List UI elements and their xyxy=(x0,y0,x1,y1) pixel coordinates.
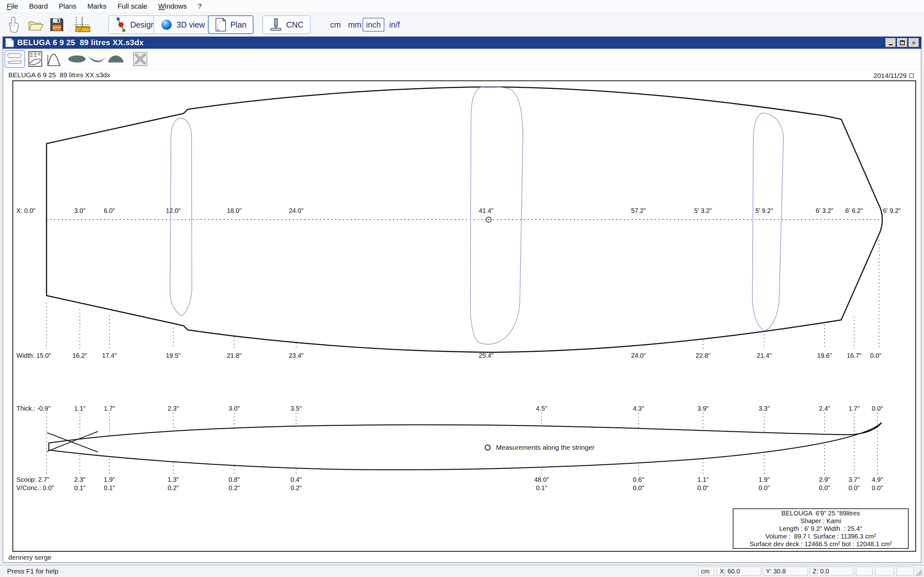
board-window xyxy=(3,37,921,563)
spec-sheet-icon[interactable] xyxy=(27,50,44,68)
status-bar: Press F1 for help cm X: 60.0 Y: 30.8 Z: … xyxy=(0,565,924,577)
cnc-mill-icon xyxy=(270,18,282,31)
menu-windows[interactable]: Windows xyxy=(153,2,192,11)
cnc-button-label: CNC xyxy=(286,20,304,29)
rocker-view-icon[interactable] xyxy=(87,50,107,68)
document-date: 2014/11/29 xyxy=(847,72,907,79)
sphere-3d-icon xyxy=(160,19,173,31)
document-title: BELUGA 6 9 25 89 litres XX.s3dx xyxy=(8,71,110,79)
view-toolbar xyxy=(3,49,921,70)
svg-text:1 0: 1 0 xyxy=(78,29,82,32)
main-toolbar: 1 0 Design 3D view xyxy=(0,13,924,37)
unit-cm[interactable]: cm xyxy=(326,18,344,32)
resize-grip-icon[interactable] xyxy=(916,569,923,576)
menu-bar: File Board Plans Marks Full scale Window… xyxy=(0,0,924,13)
menu-marks[interactable]: Marks xyxy=(82,2,112,11)
menu-full-scale[interactable]: Full scale xyxy=(112,2,153,11)
design-button-label: Design xyxy=(130,20,155,29)
plan-button-label: Plan xyxy=(230,20,246,29)
ruler-icon[interactable]: 1 0 xyxy=(74,16,91,33)
document-icon xyxy=(5,38,14,47)
info-line-volume: Volume : 89.7 l Surface : 11396.3 cm² xyxy=(733,532,908,540)
plan-view-button[interactable]: Plan xyxy=(208,15,254,34)
menu-board[interactable]: Board xyxy=(23,2,53,11)
board-views-icon[interactable] xyxy=(5,50,25,68)
3d-view-button[interactable]: 3D view xyxy=(153,15,212,34)
menu-plans[interactable]: Plans xyxy=(53,2,82,11)
cnc-button[interactable]: CNC xyxy=(262,15,310,34)
minimize-button[interactable] xyxy=(885,38,896,47)
status-help: Press F1 for help xyxy=(7,567,58,575)
outline-view-icon[interactable] xyxy=(67,50,87,68)
application-window: File Board Plans Marks Full scale Window… xyxy=(0,0,924,577)
menu-file[interactable]: File xyxy=(1,2,23,11)
unit-mm[interactable]: mm xyxy=(344,18,365,32)
status-empty-1 xyxy=(856,567,873,575)
status-empty-2 xyxy=(875,567,894,575)
hand-pointer-icon[interactable] xyxy=(7,16,21,33)
unit-inf[interactable]: in/f xyxy=(386,18,403,32)
info-line-surface: Surface dev deck : 12466.5 cm² bot : 120… xyxy=(733,540,908,548)
plan-document-icon xyxy=(215,18,226,32)
status-y: Y: 30.8 xyxy=(763,567,808,575)
open-folder-icon[interactable] xyxy=(27,17,44,32)
stringer-note: Measurements along the stringer xyxy=(496,444,594,451)
save-icon[interactable] xyxy=(49,17,64,32)
status-empty-3 xyxy=(897,567,914,575)
board-info-box: BELOUGA 6'9" 25 "89litres Shaper : Kami … xyxy=(733,508,909,549)
design-nodes-icon xyxy=(115,17,126,32)
status-x: X: 60.0 xyxy=(717,567,761,575)
menu-help[interactable]: ? xyxy=(192,2,207,11)
unit-inch[interactable]: inch xyxy=(363,18,384,32)
status-z: Z: 0.0 xyxy=(810,567,853,575)
excel-export-icon[interactable] xyxy=(132,50,149,68)
status-unit: cm xyxy=(698,567,714,575)
thickness-view-icon[interactable] xyxy=(107,50,125,68)
window-title: BELUGA 6 9 25 89 litres XX.s3dx xyxy=(17,38,144,47)
info-line-dims: Length : 6' 9.2" Width : 25.4" xyxy=(733,525,908,532)
window-titlebar: BELUGA 6 9 25 89 litres XX.s3dx ✕ xyxy=(3,37,921,49)
date-checkbox[interactable] xyxy=(909,73,914,78)
info-line-title: BELOUGA 6'9" 25 "89litres xyxy=(733,509,908,517)
3d-view-button-label: 3D view xyxy=(176,20,205,29)
maximize-button[interactable] xyxy=(897,38,907,47)
foil-curve-icon[interactable] xyxy=(46,50,62,68)
author-name: dennery serge xyxy=(8,554,51,561)
close-button[interactable]: ✕ xyxy=(909,38,919,47)
info-line-shaper: Shaper : Kami xyxy=(733,517,908,525)
